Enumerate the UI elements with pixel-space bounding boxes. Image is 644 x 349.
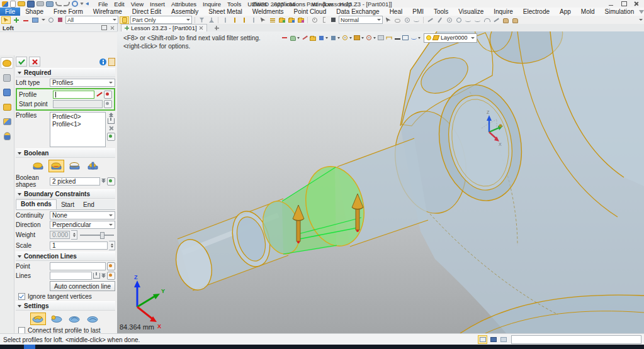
entity-filter-dropdown[interactable]: All — [65, 16, 118, 24]
filter-bottom-icon[interactable] — [207, 16, 215, 23]
weight-field[interactable]: 0.000 — [50, 231, 70, 239]
restore-button[interactable] — [620, 1, 628, 6]
new-file-icon[interactable] — [10, 1, 16, 8]
profile-picker-icon[interactable] — [104, 91, 112, 99]
snap-grid-icon[interactable] — [412, 16, 421, 23]
folder-input-icon[interactable] — [287, 16, 295, 23]
ribbon-tab-mold[interactable]: Mold — [576, 8, 600, 16]
profile-input[interactable] — [53, 91, 94, 99]
ribbon-tab-wireframe[interactable]: Wireframe — [88, 8, 127, 16]
taskbar-item[interactable] — [24, 345, 35, 349]
pick-first-icon[interactable] — [230, 16, 239, 23]
tab-end[interactable]: End — [79, 201, 99, 209]
draw-curve-icon[interactable] — [473, 16, 482, 23]
lines-picker-icon[interactable] — [107, 272, 115, 280]
pick-last-icon[interactable] — [221, 16, 229, 23]
profiles-list[interactable]: Profile<0> Profile<1> — [50, 112, 106, 147]
draw-circle-icon[interactable] — [455, 16, 463, 23]
customize-qat-icon[interactable] — [80, 3, 84, 5]
boolean-shapes-picker-icon[interactable] — [107, 177, 115, 186]
capture-icon[interactable] — [353, 35, 361, 42]
menu-inquire[interactable]: Inquire — [200, 1, 224, 8]
lines-input[interactable] — [50, 272, 92, 280]
settings-mode4-icon[interactable] — [85, 313, 101, 325]
status-panel-icon[interactable] — [499, 336, 507, 343]
settings-mode3-icon[interactable] — [67, 313, 82, 325]
target-scope-icon[interactable] — [120, 16, 129, 24]
draw-arc-icon[interactable] — [483, 16, 491, 23]
loft-type-dropdown[interactable]: Profiles — [50, 79, 115, 87]
ignore-tangent-checkbox[interactable] — [18, 293, 25, 300]
regen-icon[interactable] — [72, 1, 78, 7]
settings-mode2-icon[interactable] — [48, 313, 64, 325]
save-icon[interactable] — [27, 1, 35, 8]
ribbon-tab-point-cloud[interactable]: Point Cloud — [289, 8, 332, 16]
lines-export-icon[interactable] — [93, 273, 100, 279]
boolean-section-header[interactable]: Boolean — [16, 148, 115, 158]
ribbon-tab-visualize[interactable]: Visualize — [453, 8, 489, 16]
layer-dropdown[interactable]: Layer0000 — [424, 33, 477, 43]
menu-edit[interactable]: Edit — [111, 1, 127, 8]
ribbon-tab-free-form[interactable]: Free Form — [48, 8, 88, 16]
draw-spline-icon[interactable] — [464, 16, 472, 23]
add-selection-icon[interactable] — [12, 16, 20, 23]
ribbon-tab-shape[interactable]: Shape — [20, 8, 48, 16]
continuity-dropdown[interactable]: None — [50, 211, 115, 219]
move-up-icon[interactable] — [109, 113, 113, 116]
layer-manager-icon[interactable] — [1, 102, 13, 112]
profiles-picker-icon[interactable] — [107, 133, 115, 141]
pick-invert-icon[interactable] — [249, 16, 257, 23]
pick-all-icon[interactable] — [240, 16, 248, 23]
sketch-icon[interactable] — [301, 35, 308, 42]
remove-item-icon[interactable] — [109, 126, 114, 131]
menu-attributes[interactable]: Attributes — [168, 1, 200, 8]
print-icon[interactable] — [37, 1, 44, 6]
menu-tools[interactable]: Tools — [224, 1, 244, 8]
draw-line2-icon[interactable] — [436, 16, 444, 23]
snap-link-icon[interactable] — [393, 16, 402, 23]
snap-cursor-icon[interactable] — [384, 16, 392, 23]
part-flange[interactable] — [387, 31, 644, 333]
pan-hand-icon[interactable] — [502, 16, 510, 23]
boolean-base-icon[interactable] — [30, 160, 46, 172]
visual-manager-icon[interactable] — [1, 116, 13, 126]
ribbon-tab-file[interactable]: File — [0, 8, 20, 16]
pick-region-dropdown-icon[interactable] — [42, 19, 45, 21]
status-ui-toggle-icon[interactable] — [478, 335, 487, 344]
menu-file[interactable]: File — [95, 1, 111, 8]
boolean-remove-icon[interactable] — [67, 160, 82, 172]
status-monitor-icon[interactable] — [489, 336, 497, 343]
scene-3d[interactable]: Z X Z Y X — [117, 31, 644, 333]
ribbon-tab-electrode[interactable]: Electrode — [518, 8, 555, 16]
ribbon-tab-data-exchange[interactable]: Data Exchange — [331, 8, 384, 16]
sketch-pen-icon[interactable] — [96, 91, 103, 98]
redo-icon[interactable] — [64, 2, 70, 6]
filter-tree-icon[interactable] — [1, 73, 13, 83]
ribbon-tab-tools[interactable]: Tools — [429, 8, 453, 16]
ribbon-tab-direct-edit[interactable]: Direct Edit — [127, 8, 166, 16]
black-band-icon[interactable] — [393, 35, 401, 42]
boolean-add-icon[interactable] — [48, 160, 64, 172]
pick-cursor-icon[interactable] — [1, 16, 11, 24]
layer-dropdown-icon[interactable] — [471, 37, 475, 39]
panel-close-icon[interactable] — [110, 26, 115, 30]
scale-spinner[interactable] — [109, 241, 115, 250]
draw-segment-icon[interactable] — [492, 16, 500, 23]
play-icon[interactable] — [86, 2, 89, 6]
selection-list-icon[interactable] — [268, 16, 276, 23]
loft-command-icon[interactable] — [1, 57, 13, 69]
filter-top-icon[interactable] — [198, 16, 206, 23]
close-button[interactable] — [633, 1, 640, 6]
pick-region-icon[interactable] — [31, 16, 39, 23]
tab-start[interactable]: Start — [57, 201, 79, 209]
menu-view[interactable]: View — [128, 1, 147, 8]
ribbon-tab-weldments[interactable]: Weldments — [247, 8, 289, 16]
status-output-field[interactable] — [511, 335, 641, 344]
folder-output-icon[interactable] — [278, 16, 286, 23]
required-section-header[interactable]: Required — [16, 68, 115, 77]
weight-spinner[interactable] — [71, 230, 77, 240]
render-mode-icon[interactable] — [341, 35, 349, 42]
ribbon-tab-inquire[interactable]: Inquire — [489, 8, 518, 16]
ribbon-tab-sheet-metal[interactable]: Sheet Metal — [203, 8, 247, 16]
info-icon[interactable] — [99, 58, 106, 65]
